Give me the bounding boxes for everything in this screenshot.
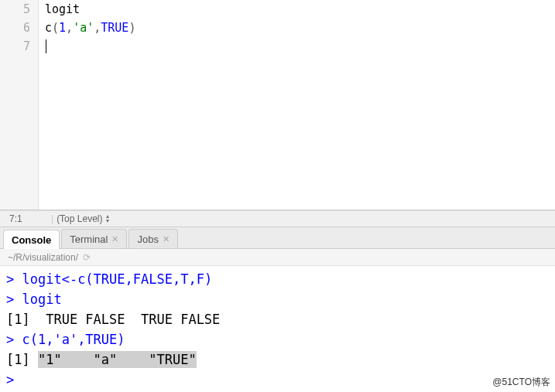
- tab-console[interactable]: Console: [3, 230, 60, 249]
- refresh-icon[interactable]: ⟳: [83, 252, 91, 263]
- tab-terminal[interactable]: Terminal ✕: [61, 229, 127, 248]
- selected-text: "1" "a" "TRUE": [38, 351, 197, 368]
- tab-jobs[interactable]: Jobs ✕: [128, 229, 177, 248]
- source-editor[interactable]: 5 6 7 logit c(1,'a',TRUE): [0, 0, 555, 210]
- console-tabs: Console Terminal ✕ Jobs ✕: [0, 227, 555, 249]
- close-icon[interactable]: ✕: [111, 234, 118, 244]
- code-line[interactable]: [45, 37, 555, 56]
- code-line[interactable]: logit: [45, 0, 555, 19]
- scope-selector[interactable]: (Top Level) ▴▾: [57, 213, 108, 224]
- console-line: > logit: [6, 289, 549, 309]
- text-cursor: [46, 39, 46, 53]
- line-number: 5: [0, 0, 30, 19]
- r-console[interactable]: > logit<-c(TRUE,FALSE,T,F) > logit [1] T…: [0, 266, 555, 392]
- cursor-position: 7:1: [9, 213, 48, 224]
- code-area[interactable]: logit c(1,'a',TRUE): [39, 0, 555, 210]
- working-directory-bar[interactable]: ~/R/visualization/ ⟳: [0, 249, 555, 266]
- line-number: 7: [0, 37, 30, 56]
- console-output: [1] "1" "a" "TRUE": [6, 349, 549, 370]
- close-icon[interactable]: ✕: [163, 234, 170, 244]
- console-line: > logit<-c(TRUE,FALSE,T,F): [6, 269, 549, 289]
- console-line: > c(1,'a',TRUE): [6, 329, 549, 349]
- line-number: 6: [0, 19, 30, 37]
- console-output: [1] TRUE FALSE TRUE FALSE: [6, 309, 549, 329]
- code-line[interactable]: c(1,'a',TRUE): [45, 19, 555, 37]
- watermark: @51CTO博客: [492, 376, 550, 389]
- line-gutter: 5 6 7: [0, 0, 39, 210]
- editor-statusbar: 7:1 | (Top Level) ▴▾: [0, 210, 555, 227]
- console-prompt[interactable]: >: [6, 370, 549, 390]
- working-directory-path: ~/R/visualization/: [8, 252, 78, 263]
- updown-icon: ▴▾: [106, 214, 109, 223]
